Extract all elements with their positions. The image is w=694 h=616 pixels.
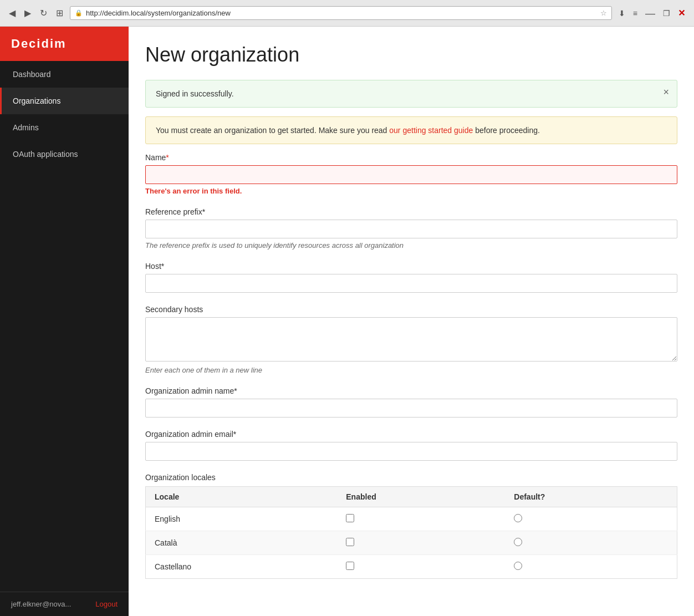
org-admin-email-input[interactable] — [145, 442, 677, 461]
home-button[interactable]: ⊞ — [54, 7, 65, 19]
name-required-star: * — [166, 153, 169, 162]
reference-prefix-label: Reference prefix* — [145, 207, 677, 216]
locale-enabled-checkbox[interactable] — [346, 562, 354, 570]
minimize-button[interactable]: — — [643, 7, 657, 19]
locale-default-radio[interactable] — [514, 538, 522, 546]
locale-name: Català — [146, 531, 338, 555]
url-text: http://decidim.local/system/organization… — [86, 9, 597, 17]
restore-button[interactable]: ❐ — [661, 8, 672, 19]
locale-default-cell — [505, 555, 677, 579]
host-input[interactable] — [145, 274, 677, 293]
locale-enabled-checkbox[interactable] — [346, 538, 354, 546]
org-admin-email-field-group: Organization admin email* — [145, 430, 677, 461]
host-field-group: Host* — [145, 262, 677, 293]
sidebar-footer: jeff.elkner@nova... Logout — [0, 592, 129, 616]
org-admin-name-field-group: Organization admin name* — [145, 386, 677, 418]
close-button[interactable]: ✕ — [676, 7, 687, 19]
secondary-hosts-field-group: Secondary hosts Enter each one of them i… — [145, 305, 677, 374]
secondary-hosts-label: Secondary hosts — [145, 305, 677, 314]
sidebar-user: jeff.elkner@nova... — [11, 600, 71, 608]
sidebar-item-label-organizations: Organizations — [13, 96, 60, 105]
col-header-locale: Locale — [146, 487, 338, 507]
locale-default-cell — [505, 507, 677, 531]
lock-icon: 🔒 — [75, 9, 83, 17]
locale-enabled-cell — [337, 555, 505, 579]
org-admin-name-label: Organization admin name* — [145, 386, 677, 395]
locales-label: Organization locales — [145, 473, 677, 482]
host-label: Host* — [145, 262, 677, 271]
name-label: Name* — [145, 153, 677, 162]
sidebar-item-label-dashboard: Dashboard — [13, 70, 51, 79]
name-input[interactable] — [145, 165, 677, 184]
alert-close-button[interactable]: × — [663, 87, 669, 97]
success-alert-text: Signed in successfully. — [156, 89, 234, 98]
warning-alert-suffix: before proceeding. — [473, 126, 540, 135]
sidebar-logo: Decidim — [0, 27, 129, 61]
star-icon: ☆ — [600, 9, 607, 17]
table-row: Català — [146, 531, 677, 555]
table-row: English — [146, 507, 677, 531]
reference-prefix-required-star: * — [202, 207, 205, 216]
getting-started-link[interactable]: our getting started guide — [389, 126, 473, 135]
sidebar-item-organizations[interactable]: Organizations — [0, 88, 129, 114]
host-required-star: * — [161, 262, 164, 271]
locale-enabled-cell — [337, 531, 505, 555]
org-admin-email-required-star: * — [233, 430, 236, 439]
name-field-group: Name* There's an error in this field. — [145, 153, 677, 195]
locale-enabled-checkbox[interactable] — [346, 514, 354, 522]
col-header-enabled: Enabled — [337, 487, 505, 507]
locale-name: Castellano — [146, 555, 338, 579]
locale-name: English — [146, 507, 338, 531]
address-bar[interactable]: 🔒 http://decidim.local/system/organizati… — [70, 6, 612, 20]
download-button[interactable]: ⬇ — [616, 8, 627, 19]
logout-button[interactable]: Logout — [95, 600, 118, 608]
locale-default-radio[interactable] — [514, 562, 522, 570]
browser-actions: ⬇ ≡ — ❐ ✕ — [616, 7, 687, 19]
forward-button[interactable]: ▶ — [22, 7, 33, 19]
sidebar-item-label-oauth: OAuth applications — [13, 150, 78, 159]
org-admin-name-input[interactable] — [145, 399, 677, 418]
sidebar-nav: Dashboard Organizations Admins OAuth app… — [0, 61, 129, 592]
reference-prefix-field-group: Reference prefix* The reference prefix i… — [145, 207, 677, 250]
reload-button[interactable]: ↻ — [38, 7, 49, 19]
reference-prefix-hint: The reference prefix is used to uniquely… — [145, 241, 677, 250]
app-layout: Decidim Dashboard Organizations Admins O… — [0, 27, 694, 616]
secondary-hosts-input[interactable] — [145, 317, 677, 362]
reference-prefix-input[interactable] — [145, 220, 677, 238]
locale-default-cell — [505, 531, 677, 555]
success-alert: Signed in successfully. × — [145, 80, 677, 108]
org-admin-name-required-star: * — [234, 386, 237, 395]
browser-chrome: ◀ ▶ ↻ ⊞ 🔒 http://decidim.local/system/or… — [0, 0, 694, 27]
warning-alert: You must create an organization to get s… — [145, 116, 677, 144]
locales-table: Locale Enabled Default? English Català C… — [145, 486, 677, 579]
locale-default-radio[interactable] — [514, 514, 522, 522]
secondary-hosts-hint: Enter each one of them in a new line — [145, 366, 677, 374]
org-admin-email-label: Organization admin email* — [145, 430, 677, 439]
back-button[interactable]: ◀ — [7, 7, 18, 19]
warning-alert-prefix: You must create an organization to get s… — [156, 126, 389, 135]
name-error: There's an error in this field. — [145, 187, 677, 195]
sidebar-item-dashboard[interactable]: Dashboard — [0, 61, 129, 88]
table-row: Castellano — [146, 555, 677, 579]
locale-enabled-cell — [337, 507, 505, 531]
sidebar-item-label-admins: Admins — [13, 123, 39, 132]
sidebar: Decidim Dashboard Organizations Admins O… — [0, 27, 129, 616]
sidebar-item-admins[interactable]: Admins — [0, 114, 129, 141]
sidebar-item-oauth[interactable]: OAuth applications — [0, 141, 129, 167]
main-content: New organization Signed in successfully.… — [129, 27, 694, 616]
col-header-default: Default? — [505, 487, 677, 507]
locales-section: Organization locales Locale Enabled Defa… — [145, 473, 677, 579]
menu-button[interactable]: ≡ — [631, 8, 640, 19]
page-title: New organization — [145, 43, 677, 67]
